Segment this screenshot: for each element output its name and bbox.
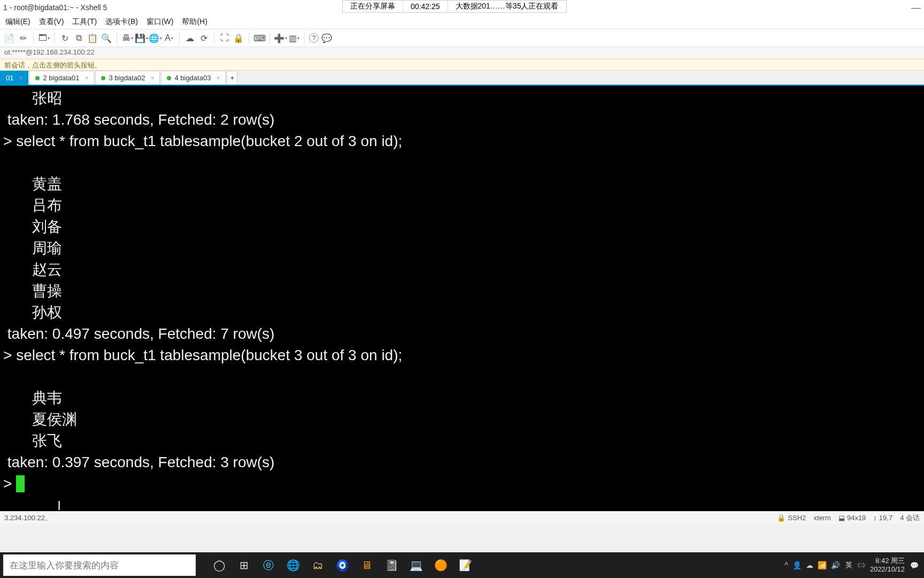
tray-wifi-icon[interactable]: 📶 — [818, 561, 827, 569]
taskbar-search-input[interactable]: 在这里输入你要搜索的内容 — [3, 554, 196, 576]
tab-label: 2 bigdata01 — [43, 74, 79, 82]
status-dot-icon — [35, 76, 40, 80]
paste-icon[interactable]: 📋 — [87, 32, 98, 44]
task-view-icon[interactable]: ⊞ — [236, 558, 251, 573]
menu-tabs[interactable]: 选项卡(B) — [101, 17, 142, 27]
ie-icon[interactable]: ⓔ — [261, 558, 276, 573]
session-tab-strip: 01 × 2 bigdata01 × 3 bigdata02 × 4 bigda… — [0, 71, 924, 86]
session-tab-1[interactable]: 01 × — [0, 71, 28, 85]
action-center-icon[interactable]: 💬 — [910, 561, 919, 569]
taskbar-center: ◯ ⊞ ⓔ 🌐 🗂 🧿 🖥 📓 💻 🟠 📝 — [196, 558, 784, 573]
vm-icon[interactable]: 🖥 — [359, 558, 374, 573]
open-icon[interactable]: ✏ — [17, 32, 29, 44]
hint-text: 前会话，点击左侧的箭头按钮。 — [4, 61, 102, 69]
toolbar-sep — [304, 33, 305, 43]
reconnect-icon[interactable]: ↻ — [59, 32, 71, 44]
status-bar: 3.234.100:22。 🔒SSH2 xterm ⬓ 94x19 ↕ 19,7… — [0, 511, 924, 524]
search-icon[interactable]: 🔍 — [101, 32, 112, 44]
print-icon[interactable]: 🖶 — [121, 32, 133, 44]
status-sessions: 4 会话 — [900, 513, 920, 523]
line: 周瑜 — [3, 240, 62, 256]
reload-icon[interactable]: ⟳ — [198, 32, 210, 44]
menu-window[interactable]: 窗口(W) — [142, 17, 178, 27]
new-tab-button[interactable]: + — [227, 71, 237, 85]
tab-label: 3 bigdata02 — [109, 74, 145, 82]
file-explorer-icon[interactable]: 🗂 — [310, 558, 325, 573]
menu-help[interactable]: 帮助(H) — [178, 17, 211, 27]
terminal-output[interactable]: 张昭 taken: 1.768 seconds, Fetched: 2 row(… — [0, 86, 924, 511]
cloud-icon[interactable]: ☁ — [184, 32, 196, 44]
line: 赵云 — [3, 261, 62, 278]
tab-close-icon[interactable]: × — [150, 74, 154, 82]
font-icon[interactable]: A — [163, 32, 175, 44]
xshell-icon[interactable]: 💻 — [409, 558, 424, 573]
system-tray: ^ 👤 ☁ 📶 🔊 英 ㈡ 8:42 周三 2022/10/12 💬 — [784, 557, 924, 574]
search-placeholder: 在这里输入你要搜索的内容 — [10, 559, 119, 572]
menu-bar: 编辑(E) 查看(V) 工具(T) 选项卡(B) 窗口(W) 帮助(H) — [0, 15, 924, 29]
profile-icon[interactable]: 🗔 — [38, 32, 50, 44]
tray-sound-icon[interactable]: 🔊 — [831, 561, 840, 569]
line: 张飞 — [3, 432, 62, 449]
tab-close-icon[interactable]: × — [216, 74, 220, 82]
plus-icon[interactable]: ➕ — [274, 32, 286, 44]
address-bar[interactable]: ot:*****@192.168.234.100:22 — [0, 47, 924, 59]
chat-icon[interactable]: 💬 — [321, 32, 333, 44]
line: > select * from buck_t1 tablesample(buck… — [3, 347, 402, 363]
columns-icon[interactable]: ▥ — [288, 32, 300, 44]
tab-close-icon[interactable]: × — [84, 74, 88, 82]
menu-edit[interactable]: 编辑(E) — [1, 17, 35, 27]
copy-icon[interactable]: ⧉ — [73, 32, 84, 44]
new-session-icon[interactable]: 📄 — [3, 32, 15, 44]
app-icon-1[interactable]: 🧿 — [335, 558, 350, 573]
notepad-icon[interactable]: 📓 — [384, 558, 399, 573]
chrome-icon[interactable]: 🟠 — [433, 558, 448, 573]
expand-icon[interactable]: ⛶ — [219, 32, 230, 44]
notes-icon[interactable]: 📝 — [458, 558, 473, 573]
tray-people-icon[interactable]: 👤 — [792, 561, 802, 569]
status-size: ⬓ 94x19 — [838, 514, 866, 522]
save-icon[interactable]: 💾 — [135, 32, 147, 44]
keyboard-icon[interactable]: ⌨ — [253, 32, 265, 44]
toolbar-sep — [54, 33, 55, 43]
menu-tools[interactable]: 工具(T) — [68, 17, 101, 27]
line: 孙权 — [3, 304, 62, 321]
tab-label: 4 bigdata03 — [174, 74, 211, 82]
plus-icon: + — [230, 74, 235, 82]
line: taken: 0.397 seconds, Fetched: 3 row(s) — [3, 454, 274, 470]
share-status: 正在分享屏幕 — [343, 1, 403, 12]
terminal-cursor — [16, 475, 25, 492]
taskbar-clock[interactable]: 8:42 周三 2022/10/12 — [870, 557, 905, 574]
toolbar-sep — [270, 33, 270, 43]
line: 曹操 — [3, 283, 62, 299]
window-title: 1 - root@bigdata01:~ - Xshell 5 — [3, 3, 107, 12]
line: 夏侯渊 — [3, 411, 77, 428]
toolbar-sep — [179, 33, 180, 43]
help-icon[interactable]: ? — [309, 33, 319, 43]
window-minimize-button[interactable]: — — [911, 2, 921, 13]
ime-lang[interactable]: 英 — [845, 560, 852, 570]
menu-view[interactable]: 查看(V) — [35, 17, 68, 27]
status-left: 3.234.100:22。 — [4, 513, 769, 523]
tab-close-icon[interactable]: × — [19, 74, 22, 82]
session-tab-4[interactable]: 4 bigdata03 × — [161, 71, 226, 85]
share-viewers: 大数据201……等35人正在观看 — [448, 1, 566, 12]
session-tab-2[interactable]: 2 bigdata01 × — [29, 71, 94, 85]
status-dot-icon — [101, 76, 105, 80]
lock-icon[interactable]: 🔒 — [233, 32, 244, 44]
prompt-line: > — [3, 475, 16, 492]
line: 吕布 — [3, 197, 62, 214]
tray-up-icon[interactable]: ^ — [784, 561, 788, 569]
tab-label: 01 — [6, 74, 13, 82]
globe-icon[interactable]: 🌐 — [149, 32, 161, 44]
screen-share-overlay: 正在分享屏幕 00:42:25 大数据201……等35人正在观看 — [342, 0, 567, 13]
edge-icon[interactable]: 🌐 — [286, 558, 301, 573]
ime-mode[interactable]: ㈡ — [858, 560, 865, 570]
session-tab-3[interactable]: 3 bigdata02 × — [95, 71, 160, 85]
clock-date: 2022/10/12 — [870, 565, 905, 574]
cortana-icon[interactable]: ◯ — [212, 558, 227, 573]
toolbar-sep — [249, 33, 249, 43]
line: > select * from buck_t1 tablesample(buck… — [3, 133, 402, 149]
tray-cloud-icon[interactable]: ☁ — [806, 561, 813, 569]
address-text: ot:*****@192.168.234.100:22 — [4, 48, 95, 56]
line: taken: 0.497 seconds, Fetched: 7 row(s) — [3, 325, 274, 342]
